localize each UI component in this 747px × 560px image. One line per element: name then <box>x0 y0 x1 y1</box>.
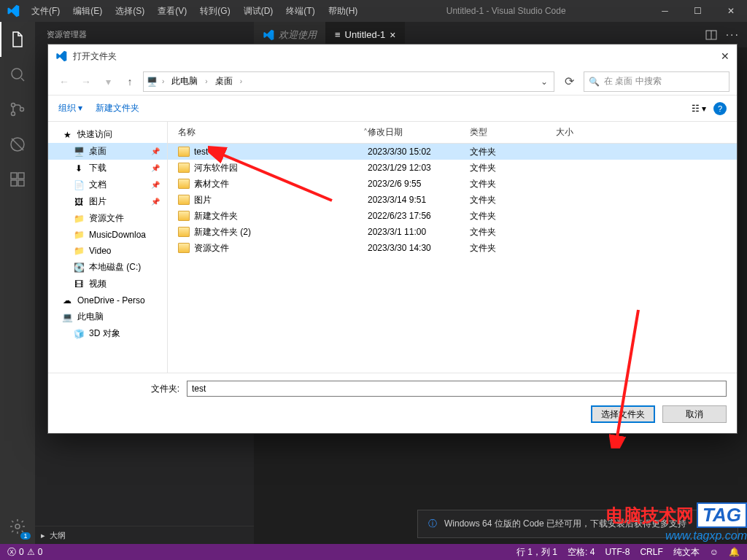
folder-icon: 📁 <box>73 213 85 225</box>
file-type: 文件夹 <box>470 194 556 206</box>
tree-item[interactable]: 🎞视频 <box>48 276 167 292</box>
status-spaces[interactable]: 空格: 4 <box>568 546 595 559</box>
file-row[interactable]: test2023/3/30 15:02文件夹 <box>168 144 737 160</box>
pin-icon: 📌 <box>151 164 160 172</box>
file-row[interactable]: 素材文件2023/2/6 9:55文件夹 <box>168 176 737 192</box>
file-date: 2023/1/29 12:03 <box>368 163 470 173</box>
col-size[interactable]: 大小 <box>556 126 614 139</box>
nav-up-icon[interactable]: ↑ <box>121 73 139 90</box>
tree-item[interactable]: 📄文档📌 <box>48 176 167 193</box>
more-actions-icon[interactable]: ··· <box>726 28 740 42</box>
tree-item-label: 视频 <box>89 278 107 290</box>
tree-item[interactable]: 🖼图片📌 <box>48 193 167 210</box>
status-lang[interactable]: 纯文本 <box>673 546 700 559</box>
tree-item[interactable]: ⬇下载📌 <box>48 160 167 176</box>
menu-terminal[interactable]: 终端(T) <box>280 2 320 20</box>
tree-item-label: MusicDownloa <box>89 230 146 240</box>
menu-view[interactable]: 查看(V) <box>152 2 193 20</box>
maximize-button[interactable]: ☐ <box>681 0 714 22</box>
breadcrumb-desktop[interactable]: 桌面 <box>212 74 236 89</box>
new-folder-button[interactable]: 新建文件夹 <box>96 102 139 114</box>
tree-item[interactable]: 📁MusicDownloa <box>48 227 167 243</box>
outline-panel[interactable]: 大纲 <box>35 526 254 544</box>
file-name: 图片 <box>194 194 212 206</box>
menu-file[interactable]: 文件(F) <box>26 2 66 20</box>
status-bell-icon[interactable]: 🔔 <box>729 546 740 559</box>
3d-icon: 🧊 <box>73 328 85 340</box>
help-icon[interactable]: ? <box>713 102 727 115</box>
file-row[interactable]: 图片2023/3/14 9:51文件夹 <box>168 192 737 208</box>
folder-icon <box>178 243 190 253</box>
col-date[interactable]: 修改日期 <box>368 126 470 139</box>
folder-icon: 📁 <box>73 245 85 257</box>
source-control-icon[interactable] <box>0 92 35 127</box>
col-type[interactable]: 类型 <box>470 126 556 139</box>
col-name[interactable]: 名称 ˄ <box>178 126 368 139</box>
menu-debug[interactable]: 调试(D) <box>238 2 279 20</box>
vscode-tab-icon <box>263 29 274 41</box>
status-cursor[interactable]: 行 1，列 1 <box>516 546 557 559</box>
debug-icon[interactable] <box>0 127 35 162</box>
pc-icon: 💻 <box>61 311 73 323</box>
menu-goto[interactable]: 转到(G) <box>194 2 236 20</box>
tree-item[interactable]: 💽本地磁盘 (C:) <box>48 259 167 276</box>
address-dropdown-icon[interactable]: ⌄ <box>538 77 551 87</box>
nav-recent-icon[interactable]: ▾ <box>99 73 117 90</box>
tree-item-label: OneDrive - Perso <box>77 295 145 306</box>
file-row[interactable]: 新建文件夹2022/6/23 17:56文件夹 <box>168 208 737 224</box>
tree-item[interactable]: ★快速访问 <box>48 126 167 143</box>
dialog-close-icon[interactable]: ✕ <box>721 50 729 62</box>
folder-name-input[interactable] <box>187 381 727 397</box>
status-feedback[interactable]: ☺ <box>710 546 719 559</box>
breadcrumb-pc[interactable]: 此电脑 <box>169 74 201 89</box>
file-name: 资源文件 <box>194 242 229 254</box>
refresh-icon[interactable]: ⟳ <box>559 71 579 92</box>
minimize-button[interactable]: ─ <box>649 0 681 22</box>
file-row[interactable]: 新建文件夹 (2)2023/3/1 11:00文件夹 <box>168 224 737 240</box>
folder-icon: 📁 <box>73 229 85 241</box>
tree-item[interactable]: 📁资源文件 <box>48 210 167 227</box>
tree-item[interactable]: 🧊3D 对象 <box>48 325 167 342</box>
tree-item[interactable]: 💻此电脑 <box>48 308 167 325</box>
organize-menu[interactable]: 组织 ▾ <box>58 102 82 114</box>
nav-back-icon[interactable]: ← <box>55 73 73 90</box>
svg-rect-6 <box>11 180 17 186</box>
search-icon[interactable] <box>0 57 35 92</box>
tree-item-label: 本地磁盘 (C:) <box>89 261 141 273</box>
status-errors[interactable]: ⓧ 0 ⚠ 0 <box>7 546 42 559</box>
extensions-icon[interactable] <box>0 162 35 197</box>
split-editor-icon[interactable] <box>705 29 717 41</box>
desktop-icon: 🖥️ <box>73 146 85 158</box>
status-eol[interactable]: CRLF <box>640 546 662 559</box>
status-encoding[interactable]: UTF-8 <box>605 546 630 559</box>
download-icon: ⬇ <box>73 163 85 174</box>
file-name: 河东软件园 <box>194 162 238 174</box>
column-headers[interactable]: 名称 ˄ 修改日期 类型 大小 <box>168 122 737 144</box>
file-row[interactable]: 河东软件园2023/1/29 12:03文件夹 <box>168 160 737 176</box>
dialog-search-input[interactable]: 🔍 在 桌面 中搜索 <box>584 71 729 92</box>
cancel-button[interactable]: 取消 <box>662 405 727 423</box>
menu-help[interactable]: 帮助(H) <box>322 2 364 20</box>
tab-close-icon[interactable]: × <box>390 29 395 41</box>
select-folder-button[interactable]: 选择文件夹 <box>591 405 655 423</box>
close-window-button[interactable]: ✕ <box>714 0 747 22</box>
search-small-icon: 🔍 <box>589 77 600 87</box>
pin-icon: 📌 <box>151 181 160 189</box>
explorer-icon[interactable] <box>0 22 35 57</box>
address-bar[interactable]: 🖥️ › 此电脑 › 桌面 › ⌄ <box>143 71 554 92</box>
nav-forward-icon: → <box>77 73 95 90</box>
menu-edit[interactable]: 编辑(E) <box>67 2 108 20</box>
tree-item[interactable]: 🖥️桌面📌 <box>48 143 167 160</box>
doc-icon: 📄 <box>73 179 85 191</box>
tree-item[interactable]: 📁Video <box>48 243 167 259</box>
dialog-title-text: 打开文件夹 <box>73 50 117 63</box>
menu-select[interactable]: 选择(S) <box>109 2 150 20</box>
dialog-nav-tree[interactable]: ★快速访问🖥️桌面📌⬇下载📌📄文档📌🖼图片📌📁资源文件📁MusicDownloa… <box>48 122 168 373</box>
settings-icon[interactable]: 1 <box>0 509 35 544</box>
file-date: 2022/6/23 17:56 <box>368 211 470 221</box>
svg-rect-8 <box>18 173 24 179</box>
tree-item[interactable]: ☁OneDrive - Perso <box>48 292 167 308</box>
file-row[interactable]: 资源文件2023/3/30 14:30文件夹 <box>168 240 737 256</box>
dialog-titlebar: 打开文件夹 ✕ <box>48 44 737 68</box>
view-mode-icon[interactable]: ☷ ▾ <box>692 104 706 114</box>
